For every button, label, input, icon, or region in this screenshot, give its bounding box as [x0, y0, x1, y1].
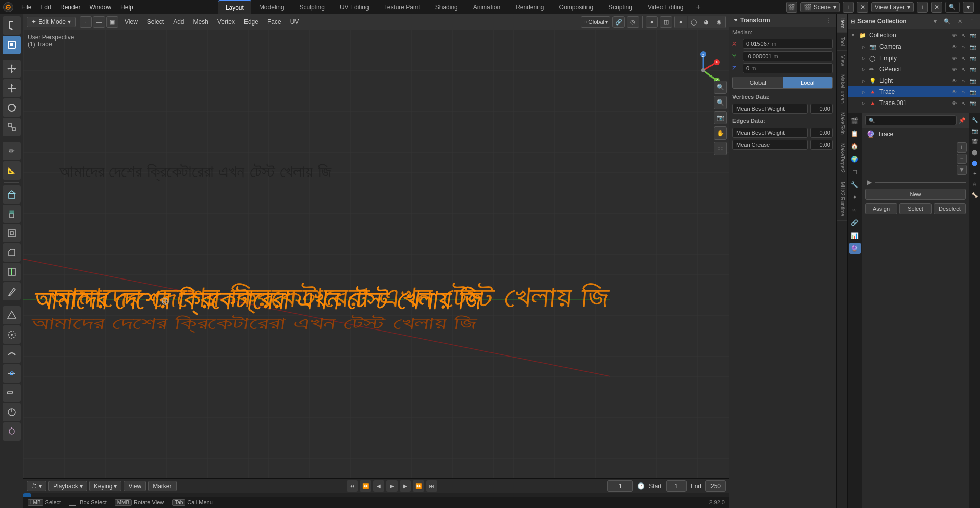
- side-tab-maketarget[interactable]: MakeTarget2: [837, 139, 847, 177]
- view-layer-delete-icon[interactable]: ✕: [931, 2, 942, 13]
- annotate-tool-btn[interactable]: ✏: [3, 142, 21, 160]
- jump-end-btn[interactable]: ⏭: [426, 480, 437, 492]
- z-value-field[interactable]: 0 m: [743, 63, 833, 73]
- bevel-btn[interactable]: [3, 243, 21, 262]
- scene-new-icon[interactable]: +: [843, 2, 854, 13]
- tab-sculpting[interactable]: Sculpting: [292, 0, 332, 14]
- fr-camera-icon[interactable]: 📷: [970, 126, 979, 135]
- next-frame-btn[interactable]: ⏩: [413, 480, 424, 492]
- transform-tool-btn[interactable]: [3, 60, 21, 78]
- outliner-item-light[interactable]: ▷ 💡 Light 👁 ↖ 📷: [848, 75, 980, 86]
- current-frame-input[interactable]: [607, 480, 633, 492]
- prev-keyframe-btn[interactable]: ◀: [373, 480, 384, 492]
- pi-physics-icon[interactable]: ⚛: [849, 205, 861, 216]
- vert-bevel-weight-field[interactable]: Mean Bevel Weight: [732, 104, 808, 114]
- pi-modifier-icon[interactable]: 🔧: [849, 179, 861, 190]
- rip-btn[interactable]: [3, 422, 21, 441]
- edge-bevel-weight-value[interactable]: 0.00: [810, 128, 833, 138]
- add-cube-btn[interactable]: [3, 185, 21, 204]
- vp-menu-add[interactable]: Add: [169, 17, 188, 27]
- vp-menu-vertex[interactable]: Vertex: [213, 17, 239, 27]
- global-toggle-btn[interactable]: Global: [733, 77, 783, 88]
- xray-icon[interactable]: ◫: [660, 16, 672, 28]
- vert-bevel-weight-value[interactable]: 0.00: [810, 104, 833, 114]
- smooth-btn[interactable]: [3, 345, 21, 363]
- material-slot-up-btn[interactable]: ▼: [957, 165, 967, 175]
- fr-physics-icon[interactable]: ⚛: [970, 180, 979, 189]
- pi-object-icon[interactable]: ◻: [849, 166, 861, 177]
- menu-window[interactable]: Window: [85, 3, 115, 12]
- pi-world-icon[interactable]: 🌍: [849, 154, 861, 165]
- end-frame-input[interactable]: [705, 480, 726, 492]
- gpencil-eye-icon[interactable]: 👁: [950, 65, 959, 73]
- pi-constraints-icon[interactable]: 🔗: [849, 217, 861, 228]
- tab-animation[interactable]: Animation: [466, 0, 507, 14]
- shear-btn[interactable]: [3, 384, 21, 402]
- fr-sphere-icon[interactable]: ⬤: [970, 147, 979, 157]
- light-render-icon[interactable]: 📷: [969, 77, 977, 85]
- deselect-btn[interactable]: Deselect: [934, 203, 966, 214]
- empty-eye-icon[interactable]: 👁: [950, 54, 959, 62]
- global-search-input[interactable]: 🔍: [945, 2, 960, 13]
- x-value-field[interactable]: 0.015067 m: [743, 39, 833, 49]
- loop-cut-btn[interactable]: [3, 263, 21, 281]
- prev-frame-btn[interactable]: ⏪: [360, 480, 371, 492]
- trace-render-icon[interactable]: 📷: [969, 88, 977, 96]
- pan-btn[interactable]: ✋: [714, 126, 727, 140]
- wireframe-shading-icon[interactable]: ◯: [688, 16, 700, 28]
- trace001-eye-icon[interactable]: 👁: [950, 99, 959, 107]
- side-tab-makeskin[interactable]: MakeSkin: [837, 108, 847, 139]
- poly-build-btn[interactable]: [3, 306, 21, 324]
- edge-select-icon[interactable]: —: [93, 16, 105, 28]
- light-eye-icon[interactable]: 👁: [950, 77, 959, 85]
- global-dropdown[interactable]: Global: [588, 19, 604, 25]
- side-tab-makehuman[interactable]: MakeHuman: [837, 70, 847, 108]
- tab-modeling[interactable]: Modeling: [252, 0, 291, 14]
- zoom-in-btn[interactable]: 🔍: [714, 81, 727, 94]
- collection-row[interactable]: ▼ 📁 Collection 👁 ↖ 📷: [848, 29, 980, 41]
- select-btn[interactable]: Select: [899, 203, 932, 214]
- menu-render[interactable]: Render: [56, 3, 84, 12]
- trace001-render-icon[interactable]: 📷: [969, 99, 977, 107]
- camera-view-btn[interactable]: 📷: [714, 111, 727, 124]
- outliner-restrict-icon[interactable]: ✕: [954, 16, 965, 27]
- side-tab-tool[interactable]: Tool: [837, 33, 847, 50]
- outliner-item-trace[interactable]: ▷ 🔺 Trace 👁 ↖ 📷: [848, 86, 980, 97]
- tab-texture-paint[interactable]: Texture Paint: [377, 0, 427, 14]
- rendered-shading-icon[interactable]: ◉: [713, 16, 725, 28]
- n-panel-content[interactable]: ▼ Transform ⋮ Median: X 0.015067: [729, 14, 836, 508]
- menu-file[interactable]: File: [17, 3, 35, 12]
- outliner-search-icon[interactable]: 🔍: [942, 16, 952, 27]
- measure-tool-btn[interactable]: 📐: [3, 161, 21, 180]
- edge-slide-btn[interactable]: [3, 364, 21, 383]
- outliner-item-gpencil[interactable]: ▷ ✏ GPencil 👁 ↖ 📷: [848, 64, 980, 75]
- material-shading-icon[interactable]: ◕: [700, 16, 713, 28]
- fr-wrench-icon[interactable]: 🔧: [970, 115, 979, 124]
- tab-layout[interactable]: Layout: [218, 0, 251, 14]
- trace-eye-icon[interactable]: 👁: [950, 88, 959, 96]
- zoom-out-btn[interactable]: 🔍: [714, 96, 727, 109]
- timeline-editor-type-btn[interactable]: ⏱ ▾: [27, 481, 46, 491]
- remove-material-slot-btn[interactable]: −: [957, 154, 967, 164]
- transform-section-header[interactable]: ▼ Transform ⋮: [729, 14, 836, 27]
- side-tab-item[interactable]: Item: [837, 14, 847, 33]
- outliner-item-camera[interactable]: ▷ 📷 Camera 👁 ↖ 📷: [848, 41, 980, 53]
- mean-crease-field[interactable]: Mean Crease: [732, 140, 808, 150]
- assign-btn[interactable]: Assign: [865, 203, 897, 214]
- local-toggle-btn[interactable]: Local: [783, 77, 833, 88]
- tab-scripting[interactable]: Scripting: [601, 0, 640, 14]
- scale-tool-btn[interactable]: [3, 118, 21, 136]
- trace-cursor-icon[interactable]: ↖: [960, 88, 968, 96]
- side-tab-view[interactable]: View: [837, 51, 847, 71]
- pi-material-icon[interactable]: 🔮: [849, 243, 861, 254]
- tab-add[interactable]: +: [692, 0, 704, 14]
- view-layer-new-icon[interactable]: +: [917, 2, 928, 13]
- scene-selector[interactable]: 🎬 Scene ▾: [800, 2, 840, 12]
- tab-video-editing[interactable]: Video Editing: [641, 0, 691, 14]
- fr-particles-icon[interactable]: ✦: [970, 169, 979, 178]
- playback-btn[interactable]: Playback ▾: [48, 481, 87, 491]
- scene-delete-icon[interactable]: ✕: [857, 2, 868, 13]
- vert-select-icon[interactable]: ·: [80, 16, 92, 28]
- mode-selector[interactable]: ✦ Edit Mode ▾: [27, 17, 76, 27]
- outliner-filter-icon[interactable]: ▼: [930, 16, 940, 27]
